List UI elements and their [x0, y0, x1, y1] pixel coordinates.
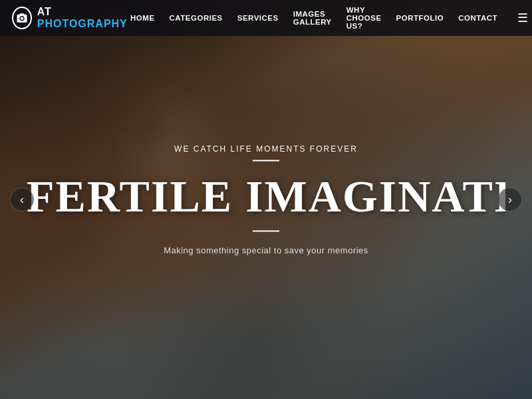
slider-next-button[interactable]: ›: [498, 188, 522, 211]
navbar: AT PHOTOGRAPHY HOME CATEGORIES SERVICES …: [0, 0, 532, 36]
hero-section: AT PHOTOGRAPHY HOME CATEGORIES SERVICES …: [0, 0, 532, 399]
nav-why-choose-us[interactable]: WHY CHOOSE US?: [346, 6, 382, 30]
nav-categories[interactable]: CATEGORIES: [170, 14, 223, 22]
nav-services[interactable]: SERVICES: [237, 14, 279, 22]
nav-portfolio[interactable]: PORTFOLIO: [396, 14, 444, 22]
hero-description: Making something special to save your me…: [27, 245, 505, 255]
hero-divider-bottom: [253, 231, 279, 232]
hero-subtitle: WE CATCH LIFE MOMENTS FOREVER: [27, 144, 505, 154]
nav-home[interactable]: HOME: [130, 14, 155, 22]
logo-at: AT: [37, 6, 52, 17]
nav-links: HOME CATEGORIES SERVICES IMAGES GALLERY …: [130, 6, 528, 30]
nav-contact[interactable]: CONTACT: [458, 14, 497, 22]
chevron-left-icon: ‹: [20, 193, 24, 207]
hero-title: FERTILE IMAGINATIO: [27, 174, 505, 219]
logo-text: AT PHOTOGRAPHY: [37, 6, 130, 30]
logo[interactable]: AT PHOTOGRAPHY: [12, 6, 130, 30]
camera-svg: [16, 12, 28, 24]
nav-images-gallery[interactable]: IMAGES GALLERY: [293, 10, 332, 26]
logo-photography: PHOTOGRAPHY: [37, 18, 128, 29]
hamburger-menu-icon[interactable]: ☰: [517, 11, 528, 25]
camera-icon: [12, 7, 32, 29]
hero-content: WE CATCH LIFE MOMENTS FOREVER FERTILE IM…: [0, 144, 532, 255]
chevron-right-icon: ›: [508, 193, 512, 207]
slider-prev-button[interactable]: ‹: [10, 188, 34, 211]
hero-divider-top: [253, 160, 279, 162]
